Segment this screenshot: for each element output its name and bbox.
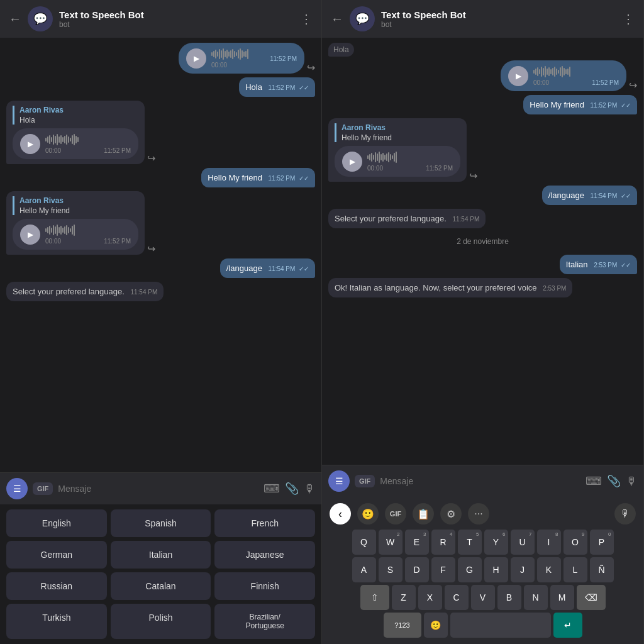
- keyboard-mic-button[interactable]: 🎙: [614, 503, 636, 525]
- left-menu-button[interactable]: ⋮: [300, 11, 313, 26]
- right-menu-button[interactable]: ⋮: [622, 11, 635, 26]
- lang-btn-french[interactable]: French: [214, 509, 315, 537]
- table-row: ▶ 00:00 11:52 PM ↪: [328, 60, 637, 91]
- msg-time: 11:52 PM: [269, 175, 296, 182]
- play-button[interactable]: ▶: [20, 225, 40, 245]
- lang-btn-japanese[interactable]: Japanese: [214, 541, 315, 569]
- play-button[interactable]: ▶: [508, 66, 528, 86]
- audio-player-incoming-2[interactable]: ▶ 00:00 11:52 PM: [13, 219, 138, 250]
- menu-icon-button[interactable]: ☰: [6, 478, 28, 499]
- audio-player-outgoing-1[interactable]: ▶ 00:00 11:52 PM: [179, 43, 304, 74]
- right-header-info: Text to Speech Bot bot: [381, 9, 616, 29]
- key-T[interactable]: T5: [458, 530, 482, 555]
- key-E[interactable]: E3: [405, 530, 429, 555]
- msg-time: 11:52 PM: [104, 147, 131, 154]
- right-menu-icon-button[interactable]: ☰: [328, 470, 350, 492]
- keyboard-settings-button[interactable]: ⚙: [440, 503, 462, 525]
- key-U[interactable]: U7: [511, 530, 535, 555]
- right-gif-button[interactable]: GIF: [355, 475, 375, 487]
- keyboard-emoji-button[interactable]: 🙂: [357, 503, 379, 525]
- waveform: [367, 151, 453, 164]
- left-back-button[interactable]: ←: [9, 12, 21, 26]
- sender-name: Aaron Rivas: [19, 106, 138, 114]
- key-N-tilde[interactable]: Ñ: [590, 557, 614, 582]
- right-mic-icon[interactable]: 🎙: [626, 475, 637, 488]
- key-I[interactable]: I8: [537, 530, 561, 555]
- keyboard-icon[interactable]: ⌨: [264, 482, 280, 496]
- key-space[interactable]: [450, 613, 551, 638]
- right-attach-icon[interactable]: 📎: [607, 474, 621, 488]
- lang-btn-catalan[interactable]: Catalan: [111, 572, 211, 600]
- key-K[interactable]: K: [537, 557, 561, 582]
- gif-button[interactable]: GIF: [33, 482, 53, 495]
- waveform: [211, 48, 261, 60]
- lang-btn-spanish[interactable]: Spanish: [111, 509, 211, 537]
- key-backspace[interactable]: ⌫: [577, 585, 606, 610]
- key-M[interactable]: M: [550, 585, 574, 610]
- left-chat-area: ▶ 00:00 11:52 PM ↪ Hola 11:52 PM ✓✓: [0, 38, 321, 472]
- hola-note: Hola: [328, 43, 354, 57]
- right-back-button[interactable]: ←: [331, 12, 343, 26]
- message-text: Hello My friend: [530, 100, 584, 109]
- key-Z[interactable]: Z: [392, 585, 416, 610]
- attach-icon[interactable]: 📎: [285, 482, 299, 496]
- lang-btn-finnish[interactable]: Finnish: [214, 572, 315, 600]
- audio-player-incoming-r[interactable]: ▶ 00:00 11:52 PM: [335, 146, 460, 177]
- key-S[interactable]: S: [379, 557, 402, 582]
- lang-btn-russian[interactable]: Russian: [6, 572, 107, 600]
- key-Q[interactable]: Q: [352, 530, 376, 555]
- key-R[interactable]: R4: [431, 530, 455, 555]
- bubble-lang-cmd-r: /language 11:54 PM ✓✓: [542, 186, 637, 205]
- key-shift[interactable]: ⇧: [360, 585, 389, 610]
- lang-btn-brazilian-portuguese[interactable]: Brazilian/Portuguese: [214, 604, 315, 639]
- keyboard-more-button[interactable]: ···: [468, 503, 489, 525]
- forward-button[interactable]: ↪: [147, 243, 155, 255]
- lang-btn-german[interactable]: German: [6, 541, 107, 569]
- right-bot-sub: bot: [381, 20, 616, 29]
- key-L[interactable]: L: [564, 557, 587, 582]
- key-X[interactable]: X: [418, 585, 442, 610]
- message-input[interactable]: [58, 484, 258, 494]
- key-D[interactable]: D: [405, 557, 429, 582]
- key-enter[interactable]: ↵: [553, 613, 582, 638]
- lang-btn-polish[interactable]: Polish: [111, 604, 211, 639]
- key-O[interactable]: O9: [564, 530, 587, 555]
- key-B[interactable]: B: [497, 585, 521, 610]
- lang-btn-english[interactable]: English: [6, 509, 107, 537]
- right-keyboard-icon[interactable]: ⌨: [586, 474, 602, 488]
- key-H[interactable]: H: [484, 557, 508, 582]
- keyboard-clipboard-button[interactable]: 📋: [413, 503, 434, 525]
- play-button[interactable]: ▶: [342, 152, 362, 172]
- key-G[interactable]: G: [458, 557, 482, 582]
- forward-button[interactable]: ↪: [629, 79, 637, 91]
- key-J[interactable]: J: [511, 557, 535, 582]
- audio-info: 00:00 11:52 PM: [45, 133, 131, 154]
- forward-button[interactable]: ↪: [469, 170, 477, 182]
- keyboard-back-button[interactable]: ‹: [330, 503, 351, 525]
- key-W[interactable]: W2: [379, 530, 402, 555]
- right-message-input[interactable]: [380, 476, 580, 486]
- key-num[interactable]: ?123: [384, 613, 421, 638]
- mic-icon[interactable]: 🎙: [304, 482, 315, 496]
- key-N[interactable]: N: [524, 585, 548, 610]
- forward-button[interactable]: ↪: [307, 62, 315, 74]
- bubble-aaron-r: Aaron Rivas Hello My friend ▶ 00:00 11:5…: [328, 118, 467, 182]
- key-A[interactable]: A: [352, 557, 376, 582]
- forward-button[interactable]: ↪: [147, 152, 155, 164]
- msg-time: 11:52 PM: [269, 84, 296, 91]
- key-C[interactable]: C: [445, 585, 469, 610]
- lang-btn-italian[interactable]: Italian: [111, 541, 211, 569]
- play-button[interactable]: ▶: [20, 134, 40, 154]
- key-P[interactable]: P0: [590, 530, 614, 555]
- key-Y[interactable]: Y6: [484, 530, 508, 555]
- audio-player-incoming-1[interactable]: ▶ 00:00 11:52 PM: [13, 128, 138, 159]
- keyboard-gif-button[interactable]: GIF: [385, 503, 406, 525]
- key-V[interactable]: V: [471, 585, 495, 610]
- message-text: Select your prefered language.: [13, 287, 125, 296]
- lang-btn-turkish[interactable]: Turkish: [6, 604, 107, 639]
- key-emoji[interactable]: 🙂: [424, 613, 448, 638]
- quoted-text: Hello My friend: [19, 206, 138, 215]
- key-F[interactable]: F: [431, 557, 455, 582]
- audio-player-right-outgoing[interactable]: ▶ 00:00 11:52 PM: [501, 60, 626, 91]
- play-button[interactable]: ▶: [186, 48, 206, 69]
